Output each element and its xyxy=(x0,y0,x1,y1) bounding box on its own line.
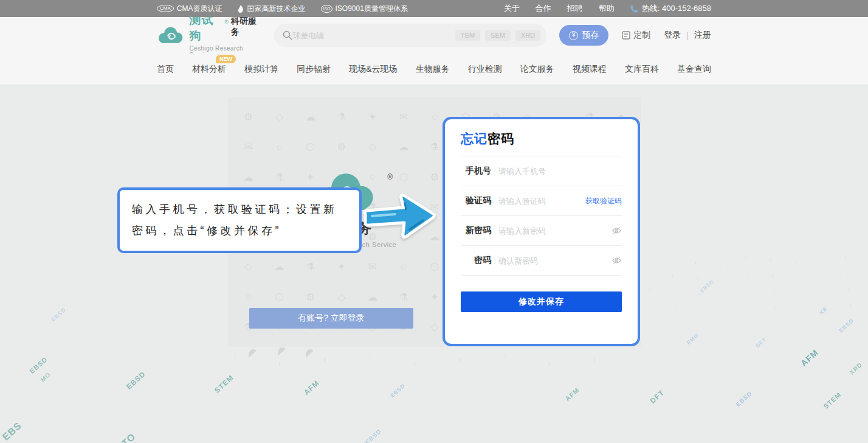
search-input[interactable] xyxy=(292,31,450,40)
login-register-divider: | xyxy=(686,30,689,40)
search-bar[interactable]: TEM SEM XRD xyxy=(274,24,546,47)
search-icon xyxy=(283,30,292,40)
site-logo[interactable]: 测试狗 ® 科研服务 Ceshigo Research Service xyxy=(157,12,261,58)
hotline-number: 热线: 400-152-6858 xyxy=(642,3,711,14)
custom-order-button[interactable]: 定制 xyxy=(622,30,650,41)
nav-item-onsite[interactable]: 现场&云现场 xyxy=(349,64,397,75)
card-logo-registered-mark: ® xyxy=(387,173,393,181)
eye-off-icon[interactable] xyxy=(611,226,622,235)
login-link[interactable]: 登录 xyxy=(664,30,681,41)
search-tag-tem[interactable]: TEM xyxy=(455,30,480,41)
panel-title: 忘记密码 xyxy=(461,130,622,147)
header: 测试狗 ® 科研服务 Ceshigo Research Service TEM … xyxy=(0,17,868,54)
code-row: 验证码 获取验证码 xyxy=(461,186,622,216)
logo-registered-mark: ® xyxy=(224,19,229,25)
topbar-link-about[interactable]: 关于 xyxy=(504,3,520,14)
yuan-circle-icon: ¥ xyxy=(569,31,578,40)
phone-icon xyxy=(630,5,638,13)
prepay-button[interactable]: ¥ 预存 xyxy=(559,25,608,46)
logo-suffix: 科研服务 xyxy=(231,16,261,38)
nav-item-material-analysis-label: 材料分析 xyxy=(192,64,226,74)
register-link[interactable]: 注册 xyxy=(694,30,711,41)
custom-form-icon xyxy=(622,31,630,40)
topbar-link-cooperate[interactable]: 合作 xyxy=(536,3,551,14)
phone-label: 手机号 xyxy=(461,166,491,176)
page: EBSDMOEBSDSTEMAFMEBSDAFMDFTEBSDSTEMAFMEB… xyxy=(0,0,868,443)
go-login-button[interactable]: 有账号? 立即登录 xyxy=(249,308,413,329)
cma-badge-label: CMA资质认证 xyxy=(177,4,222,14)
nav-item-video-course[interactable]: 视频课程 xyxy=(573,64,607,75)
topbar-link-help[interactable]: 帮助 xyxy=(599,3,615,14)
new-password-row: 新密码 xyxy=(461,216,622,246)
topbar: CMA CMA资质认证 国家高新技术企业 ISO ISO9001质量管理体系 关… xyxy=(0,0,868,17)
forgot-password-panel: 忘记密码 手机号 验证码 获取验证码 新密码 密码 修改并保存 xyxy=(443,117,640,346)
nav-item-material-analysis[interactable]: 材料分析 NEW xyxy=(192,64,226,75)
nav-item-synchrotron[interactable]: 同步辐射 xyxy=(297,64,331,75)
get-code-link[interactable]: 获取验证码 xyxy=(585,196,622,206)
nav-item-wiki[interactable]: 文库百科 xyxy=(625,64,659,75)
nav-item-simulation[interactable]: 模拟计算 xyxy=(244,64,278,75)
topbar-link-recruit[interactable]: 招聘 xyxy=(567,3,583,14)
cma-oval-icon: CMA xyxy=(157,5,174,12)
eye-off-icon[interactable] xyxy=(611,256,622,265)
code-label: 验证码 xyxy=(461,195,491,206)
iso-badge-label: ISO9001质量管理体系 xyxy=(336,4,408,14)
main-nav: 首页 材料分析 NEW 模拟计算 同步辐射 现场&云现场 生物服务 行业检测 论… xyxy=(0,54,868,85)
confirm-password-row: 密码 xyxy=(461,246,622,276)
topbar-certifications: CMA CMA资质认证 国家高新技术企业 ISO ISO9001质量管理体系 xyxy=(157,4,408,14)
code-input[interactable] xyxy=(498,197,585,206)
confirm-password-input[interactable] xyxy=(498,256,611,265)
hotline: 热线: 400-152-6858 xyxy=(630,3,711,14)
hitech-badge-label: 国家高新技术企业 xyxy=(247,4,305,14)
panel-title-highlight: 忘记 xyxy=(461,131,487,145)
save-password-button[interactable]: 修改并保存 xyxy=(461,291,622,312)
nav-item-industry-testing[interactable]: 行业检测 xyxy=(468,64,502,75)
nav-item-bio-service[interactable]: 生物服务 xyxy=(416,64,450,75)
new-password-input[interactable] xyxy=(498,226,611,235)
search-tag-xrd[interactable]: XRD xyxy=(515,30,540,41)
nav-item-home[interactable]: 首页 xyxy=(157,64,174,75)
tutorial-text: 输入手机号，获取验证码；设置新密码，点击“修改并保存” xyxy=(132,203,337,237)
prepay-label: 预存 xyxy=(582,30,599,41)
new-password-label: 新密码 xyxy=(461,225,491,236)
phone-row: 手机号 xyxy=(461,156,622,186)
hitech-flame-icon xyxy=(238,5,244,13)
hitech-badge: 国家高新技术企业 xyxy=(238,4,305,14)
new-badge: NEW xyxy=(216,55,236,63)
custom-label: 定制 xyxy=(633,30,650,41)
search-tag-sem[interactable]: SEM xyxy=(485,30,511,41)
ceshigo-cloud-icon xyxy=(157,24,184,46)
phone-input[interactable] xyxy=(498,167,622,176)
confirm-password-label: 密码 xyxy=(461,255,491,266)
cma-badge: CMA CMA资质认证 xyxy=(157,4,222,14)
nav-item-paper-service[interactable]: 论文服务 xyxy=(520,64,554,75)
iso-badge: ISO ISO9001质量管理体系 xyxy=(321,4,407,14)
nav-item-fund-query[interactable]: 基金查询 xyxy=(677,64,711,75)
panel-title-rest: 密码 xyxy=(487,131,514,145)
tutorial-arrow-icon xyxy=(362,187,438,245)
iso-circle-icon: ISO xyxy=(321,5,332,13)
tutorial-callout: 输入手机号，获取验证码；设置新密码，点击“修改并保存” xyxy=(117,187,362,253)
